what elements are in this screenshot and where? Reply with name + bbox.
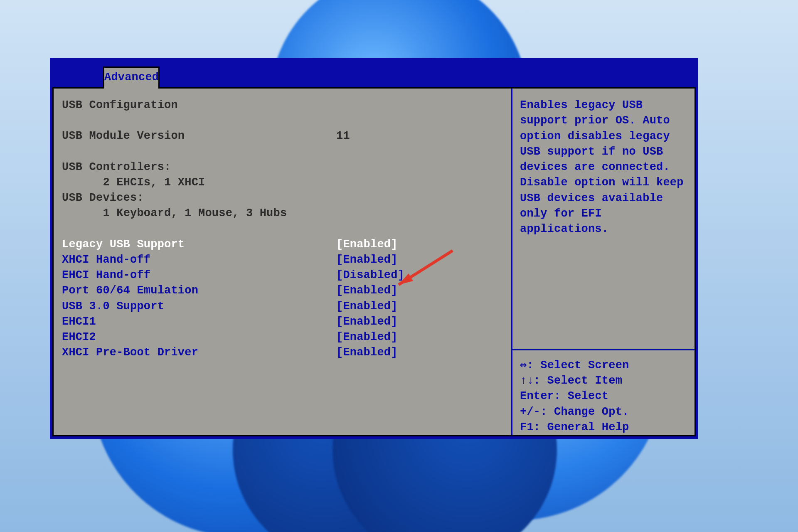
usb-devices-label: USB Devices: (62, 190, 336, 206)
usb-controllers-label: USB Controllers: (62, 160, 336, 175)
nav-hint: F1: General Help (520, 420, 687, 435)
option-label: EHCI1 (62, 314, 336, 330)
nav-hint: +/-: Change Opt. (520, 404, 687, 420)
bios-tab-bar: Advanced (50, 58, 698, 87)
nav-hints: ⇔: Select Screen↑↓: Select ItemEnter: Se… (512, 349, 695, 435)
bios-help-panel: Enables legacy USB support prior OS. Aut… (512, 89, 695, 435)
section-title: USB Configuration (62, 98, 336, 113)
help-text: Enables legacy USB support prior OS. Aut… (520, 98, 687, 237)
usb-module-version-value: 11 (336, 128, 350, 144)
nav-hint: ⇔: Select Screen (520, 358, 687, 373)
option-value: [Enabled] (336, 237, 398, 252)
option-label: Legacy USB Support (62, 237, 336, 252)
nav-hint: Enter: Select (520, 389, 687, 404)
option-value: [Enabled] (336, 314, 398, 330)
option-label: USB 3.0 Support (62, 299, 336, 314)
option-value: [Enabled] (336, 299, 398, 314)
option-value: [Enabled] (336, 330, 398, 345)
tab-advanced[interactable]: Advanced (103, 66, 160, 89)
bios-settings-panel: USB Configuration USB Module Version 11 … (54, 89, 512, 435)
option-xhci-pre-boot-driver[interactable]: XHCI Pre-Boot Driver[Enabled] (62, 345, 503, 360)
usb-controllers-value: 2 EHCIs, 1 XHCI (62, 175, 336, 190)
option-value: [Enabled] (336, 283, 398, 298)
usb-module-version-label: USB Module Version (62, 128, 336, 144)
option-label: Port 60/64 Emulation (62, 283, 336, 298)
usb-devices-value: 1 Keyboard, 1 Mouse, 3 Hubs (62, 206, 336, 221)
option-legacy-usb-support[interactable]: Legacy USB Support[Enabled] (62, 237, 503, 252)
option-value: [Disabled] (336, 268, 404, 283)
nav-hint: ↑↓: Select Item (520, 373, 687, 389)
option-label: XHCI Hand-off (62, 252, 336, 268)
option-label: EHCI2 (62, 330, 336, 345)
option-label: XHCI Pre-Boot Driver (62, 345, 336, 360)
option-usb-3-0-support[interactable]: USB 3.0 Support[Enabled] (62, 299, 503, 314)
option-value: [Enabled] (336, 345, 398, 360)
option-port-60-64-emulation[interactable]: Port 60/64 Emulation[Enabled] (62, 283, 503, 298)
option-ehci-hand-off[interactable]: EHCI Hand-off[Disabled] (62, 268, 503, 283)
option-ehci1[interactable]: EHCI1[Enabled] (62, 314, 503, 330)
option-xhci-hand-off[interactable]: XHCI Hand-off[Enabled] (62, 252, 503, 268)
option-ehci2[interactable]: EHCI2[Enabled] (62, 330, 503, 345)
option-label: EHCI Hand-off (62, 268, 336, 283)
option-value: [Enabled] (336, 252, 398, 268)
bios-window: Advanced USB Configuration USB Module Ve… (50, 58, 698, 440)
